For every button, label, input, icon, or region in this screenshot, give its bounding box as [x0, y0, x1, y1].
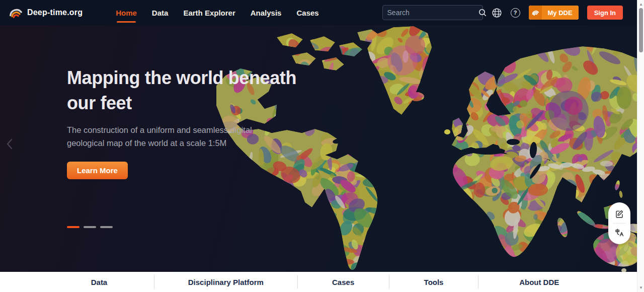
footer-item-cases[interactable]: Cases — [298, 278, 389, 286]
footer-item-data[interactable]: Data — [44, 278, 154, 286]
carousel-indicator[interactable] — [84, 226, 96, 228]
footer-item-about-dde[interactable]: About DDE — [478, 278, 600, 286]
vertical-scrollbar[interactable]: ▲ ▼ — [637, 0, 644, 292]
search-box[interactable] — [382, 5, 483, 20]
sign-in-button[interactable]: Sign In — [587, 6, 623, 20]
my-dde-button[interactable]: My DDE — [529, 6, 579, 20]
help-icon[interactable]: ? — [511, 8, 520, 18]
hero-carousel: Mapping the world beneath our feet The c… — [0, 25, 644, 272]
my-dde-label: My DDE — [542, 6, 579, 20]
search-input[interactable] — [387, 9, 478, 17]
nav-item-home[interactable]: Home — [116, 0, 137, 25]
logo-spiral-icon — [8, 5, 23, 20]
hero-subtitle: The construction of a uniform and seamle… — [67, 124, 268, 150]
carousel-indicator[interactable] — [100, 226, 113, 228]
learn-more-button[interactable]: Learn More — [67, 162, 128, 179]
carousel-indicators — [67, 226, 113, 228]
carousel-indicator[interactable] — [67, 226, 79, 228]
feedback-edit-icon[interactable] — [609, 205, 629, 223]
nav-item-analysis[interactable]: Analysis — [251, 0, 282, 25]
nav-item-cases[interactable]: Cases — [296, 0, 318, 25]
footer-nav: Data Disciplinary Platform Cases Tools A… — [0, 272, 644, 292]
footer-item-tools[interactable]: Tools — [389, 278, 478, 286]
translate-icon[interactable] — [609, 224, 629, 242]
scrollbar-thumb[interactable] — [639, 8, 643, 52]
nav-item-earth-explorer[interactable]: Earth Explorer — [183, 0, 235, 25]
hero-title-line1: Mapping the world beneath — [67, 65, 329, 91]
hero-title: Mapping the world beneath our feet — [67, 65, 329, 116]
carousel-prev-icon[interactable] — [5, 138, 14, 150]
my-dde-logo-icon — [529, 6, 542, 20]
hero-title-line2: our feet — [67, 91, 329, 116]
top-navbar: Deep-time.org Home Data Earth Explorer A… — [0, 0, 644, 25]
nav-item-data[interactable]: Data — [152, 0, 169, 25]
brand[interactable]: Deep-time.org — [8, 5, 83, 20]
floating-tools — [608, 202, 630, 244]
scroll-up-icon[interactable]: ▲ — [637, 2, 644, 7]
footer-item-disciplinary-platform[interactable]: Disciplinary Platform — [154, 278, 297, 286]
brand-name: Deep-time.org — [27, 8, 83, 17]
search-icon[interactable] — [478, 9, 487, 17]
language-globe-icon[interactable] — [492, 8, 502, 18]
main-nav: Home Data Earth Explorer Analysis Cases — [116, 0, 318, 25]
scroll-down-icon[interactable]: ▼ — [637, 285, 644, 290]
